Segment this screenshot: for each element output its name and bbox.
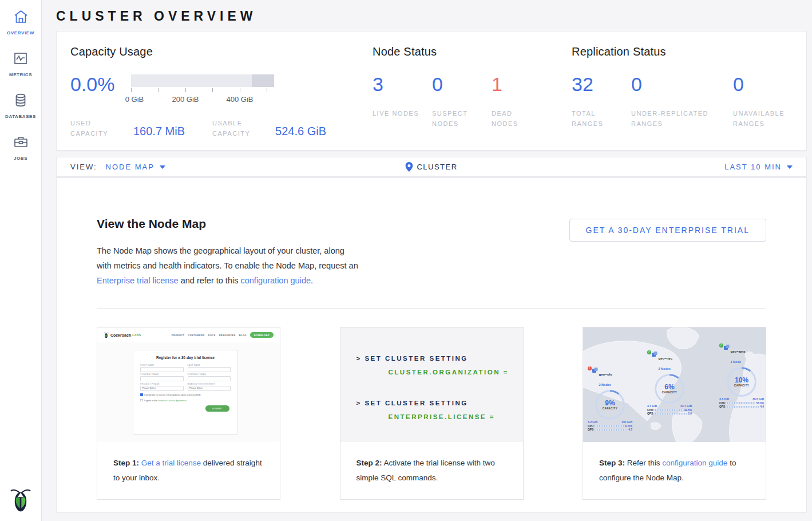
under-replicated-ranges-stat: 0 UNDER-REPLICATED RANGES xyxy=(631,73,733,129)
suspect-nodes-label: SUSPECT NODES xyxy=(432,108,481,129)
enterprise-trial-button[interactable]: GET A 30-DAY ENTERPRISE TRIAL xyxy=(569,219,767,242)
node-map-heading: View the Node Map xyxy=(97,217,371,231)
capacity-percent: 0.0% xyxy=(70,73,131,104)
capacity-gauge-ticks xyxy=(131,88,274,93)
chevron-down-icon xyxy=(787,165,793,169)
dead-nodes-label: DEAD NODES xyxy=(492,108,541,129)
nodes-cube-icon xyxy=(724,345,730,350)
sidebar-item-jobs[interactable]: JOBS xyxy=(13,135,29,161)
section-divider xyxy=(97,308,766,309)
enterprise-trial-license-link[interactable]: Enterprise trial license xyxy=(97,276,179,285)
mini-trial-form: Register for a 30-day trial license FIRS… xyxy=(133,350,238,435)
locality-widget-nyc: ✓ geo=nyc2 Nodes 6%CAPACITY 3.7 GiB43.7 … xyxy=(647,352,692,415)
sidebar-item-databases[interactable]: DATABASES xyxy=(5,93,36,119)
view-dropdown[interactable]: NODE MAP xyxy=(106,163,165,171)
cluster-breadcrumb[interactable]: CLUSTER xyxy=(405,162,457,172)
step2-caption: Step 2: Activate the trial license with … xyxy=(340,442,523,499)
metrics-icon xyxy=(13,51,28,68)
under-replicated-ranges-label: UNDER-REPLICATED RANGES xyxy=(631,108,726,129)
chevron-down-icon xyxy=(160,165,165,169)
step3-caption: Step 3: Refer this configuration guide t… xyxy=(583,442,766,499)
sql-commands-illustration: > SET CLUSTER SETTING CLUSTER.ORGANIZATI… xyxy=(340,327,523,442)
jobs-icon xyxy=(13,135,29,152)
configuration-guide-link[interactable]: configuration guide xyxy=(240,276,311,285)
used-capacity-label: USED CAPACITY xyxy=(70,118,125,139)
sidebar-item-label: METRICS xyxy=(9,72,32,77)
sidebar-item-label: JOBS xyxy=(14,156,27,161)
total-ranges-label: TOTAL RANGES xyxy=(572,108,621,129)
home-icon xyxy=(13,9,29,26)
node-map-panel: View the Node Map The Node Map shows the… xyxy=(56,177,807,512)
nodes-cube-icon xyxy=(592,368,598,373)
page-title: CLUSTER OVERVIEW xyxy=(56,9,807,24)
dead-nodes-stat: 1 DEAD NODES xyxy=(492,73,551,129)
live-nodes-label: LIVE NODES xyxy=(373,108,422,119)
capacity-usage-title: Capacity Usage xyxy=(70,45,373,58)
cockroachdb-logo xyxy=(10,486,31,514)
gauge-tick-label: 400 GiB xyxy=(227,95,253,104)
mini-site-nav: PRODUCTCUSTOMERSDOCS RESOURCESBLOG DOWNL… xyxy=(168,332,274,338)
view-bar: VIEW: NODE MAP CLUSTER LAST 10 MIN xyxy=(56,157,807,177)
step3-card: ! geo=sfo2 Nodes 9%CAPACITY 3.2 GiB351 G… xyxy=(583,327,766,500)
cluster-summary-panel: Capacity Usage 0.0% 0 GiB 200 GiB xyxy=(56,31,807,151)
live-nodes-stat: 3 LIVE NODES xyxy=(373,73,432,129)
locality-widget-ams: ✓ geo=ams1 Node 10%CAPACITY 3.6 GiB36.6 … xyxy=(719,345,764,408)
mini-download-button: DOWNLOAD xyxy=(250,332,274,338)
replication-status-title: Replication Status xyxy=(572,45,793,58)
main-content: CLUSTER OVERVIEW Capacity Usage 0.0% xyxy=(42,0,812,521)
view-label: VIEW: xyxy=(70,163,97,171)
unavailable-ranges-label: UNAVAILABLE RANGES xyxy=(733,108,796,129)
time-range-dropdown[interactable]: LAST 10 MIN xyxy=(724,163,793,171)
location-pin-icon xyxy=(405,162,413,172)
get-trial-license-link[interactable]: Get a trial license xyxy=(141,459,201,467)
ok-status-icon: ✓ xyxy=(647,350,651,354)
capacity-gauge-bar xyxy=(131,74,274,87)
gauge-tick-label: 200 GiB xyxy=(172,95,199,104)
sidebar-item-label: DATABASES xyxy=(5,114,36,119)
step2-card: > SET CLUSTER SETTING CLUSTER.ORGANIZATI… xyxy=(340,327,524,500)
step1-caption: Step 1: Get a trial license delivered st… xyxy=(97,442,280,499)
node-status-title: Node Status xyxy=(373,45,572,58)
unavailable-ranges-value: 0 xyxy=(733,73,793,96)
suspect-nodes-value: 0 xyxy=(432,73,492,96)
used-capacity: USED CAPACITY 160.7 MiB xyxy=(70,118,185,139)
registration-screenshot: CockroachLABS PRODUCTCUSTOMERSDOCS RESOU… xyxy=(97,327,280,442)
gauge-tick-label: 0 GiB xyxy=(125,95,144,104)
node-status-section: Node Status 3 LIVE NODES 0 SUSPECT NODES… xyxy=(373,44,572,137)
used-capacity-value: 160.7 MiB xyxy=(133,125,185,139)
replication-status-section: Replication Status 32 TOTAL RANGES 0 UND… xyxy=(572,44,793,137)
app-root: OVERVIEW METRICS DATABASES xyxy=(0,0,812,521)
live-nodes-value: 3 xyxy=(373,73,432,96)
node-map-illustration: ! geo=sfo2 Nodes 9%CAPACITY 3.2 GiB351 G… xyxy=(583,327,766,442)
dead-status-icon: ! xyxy=(588,366,592,370)
total-ranges-value: 32 xyxy=(572,73,631,96)
unavailable-ranges-stat: 0 UNAVAILABLE RANGES xyxy=(733,73,793,129)
sidebar-item-metrics[interactable]: METRICS xyxy=(9,51,32,77)
locality-widget-sfo: ! geo=sfo2 Nodes 9%CAPACITY 3.2 GiB351 G… xyxy=(588,368,632,431)
step1-card: CockroachLABS PRODUCTCUSTOMERSDOCS RESOU… xyxy=(97,327,280,500)
sidebar-item-label: OVERVIEW xyxy=(7,30,34,35)
dead-nodes-value: 1 xyxy=(492,73,551,96)
capacity-usage-section: Capacity Usage 0.0% 0 GiB 200 GiB xyxy=(70,44,373,137)
cockroach-labs-logo: CockroachLABS xyxy=(104,331,141,338)
total-ranges-stat: 32 TOTAL RANGES xyxy=(572,73,631,129)
databases-icon xyxy=(13,93,28,110)
configuration-guide-link-2[interactable]: configuration guide xyxy=(662,459,727,467)
sidebar: OVERVIEW METRICS DATABASES xyxy=(0,0,42,521)
under-replicated-ranges-value: 0 xyxy=(631,73,733,96)
node-map-description: The Node Map shows the geographical layo… xyxy=(97,243,361,288)
usable-capacity-label: USABLE CAPACITY xyxy=(212,118,267,139)
nodes-cube-icon xyxy=(652,352,657,357)
ok-status-icon: ✓ xyxy=(719,344,723,348)
usable-capacity-value: 524.6 GiB xyxy=(275,125,326,139)
capacity-gauge: 0 GiB 200 GiB 400 GiB xyxy=(131,74,274,104)
usable-capacity: USABLE CAPACITY 524.6 GiB xyxy=(212,118,326,139)
sidebar-item-overview[interactable]: OVERVIEW xyxy=(7,9,34,35)
suspect-nodes-stat: 0 SUSPECT NODES xyxy=(432,73,492,129)
